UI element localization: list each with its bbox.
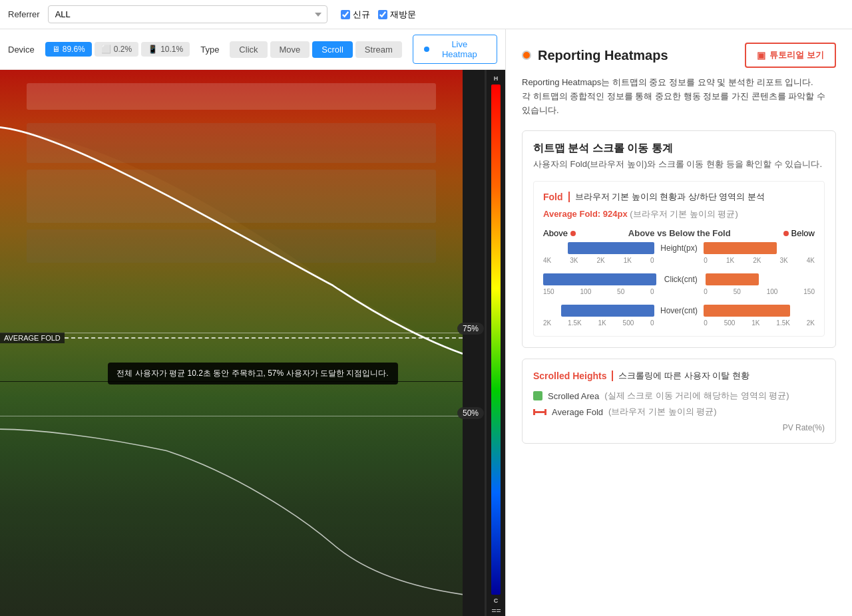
- scale-low: C: [494, 597, 499, 604]
- legend-scrolled-area: Scrolled Area (실제 스크로 이동 거리에 해당하는 영역의 평균…: [533, 390, 825, 402]
- panel-header: Reporting Heatmaps ▣ 튜토리얼 보기: [522, 43, 836, 68]
- main-content: Device 🖥 89.6% ⬜ 0.2% 📱 10.1% Type Click: [0, 29, 852, 616]
- live-btn-label: Live Heatmap: [433, 39, 486, 59]
- checkbox-return-label: 재방문: [390, 9, 416, 21]
- analysis-title: 히트맵 분석 스크롤 이동 통계: [533, 142, 673, 156]
- analysis-subtitle: 사용자의 Fold(브라우저 높이)와 스크롤 이동 현황 등을 확인할 수 있…: [533, 158, 825, 170]
- device-desktop-pct: 89.6%: [63, 45, 85, 54]
- analysis-section: 히트맵 분석 스크롤 이동 통계 사용자의 Fold(브라우저 높이)와 스크롤…: [522, 130, 836, 348]
- mobile-icon: 📱: [148, 45, 158, 54]
- legend-fold-label: Average Fold: [552, 407, 603, 417]
- checkbox-new-input[interactable]: [341, 10, 350, 19]
- below-indicator: Below: [783, 228, 815, 238]
- scrolled-area-icon: [533, 391, 542, 400]
- pv-rate-text: PV Rate(%): [533, 423, 825, 432]
- heatmap-image-wrapper: H C AVERAGE FOLD: [0, 70, 505, 616]
- pct-75-label: 75%: [457, 323, 484, 335]
- scrolled-title-text: 스크롤링에 따른 사용자 이탈 현황: [618, 370, 749, 382]
- device-tablet-pct: 0.2%: [114, 45, 132, 54]
- hover-left-bar: [561, 305, 654, 317]
- referrer-select[interactable]: ALL: [48, 5, 327, 23]
- type-label: Type: [200, 45, 219, 55]
- live-heatmap-button[interactable]: Live Heatmap: [413, 35, 497, 64]
- checkbox-new-label: 신규: [353, 9, 370, 21]
- device-btn-desktop[interactable]: 🖥 89.6%: [45, 42, 92, 57]
- device-mobile-pct: 10.1%: [160, 45, 183, 54]
- tutorial-btn-label: 튜토리얼 보기: [769, 49, 824, 61]
- above-dot-icon: [570, 231, 576, 236]
- legend-fold-sub: (브라우저 기본 높이의 평균): [608, 406, 717, 418]
- device-buttons: 🖥 89.6% ⬜ 0.2% 📱 10.1%: [45, 42, 190, 57]
- chart-title-text: Above vs Below the Fold: [628, 228, 731, 238]
- height-right-axis: 01K2K3K4K: [704, 257, 815, 264]
- pct-75-line: [0, 333, 463, 333]
- hover-right-axis: 05001K1.5K2K: [704, 319, 815, 327]
- legend-area-label: Scrolled Area: [548, 391, 599, 401]
- avg-fold-display: Average Fold: 924px (브라우저 기본 높이의 평균): [543, 208, 815, 220]
- above-indicator: Above: [543, 228, 576, 238]
- checkbox-new[interactable]: 신규: [341, 9, 370, 21]
- pct-50-label: 50%: [457, 407, 484, 419]
- panel-dot-icon: [522, 51, 531, 60]
- panel-title: Reporting Heatmaps: [538, 48, 668, 63]
- live-dot-icon: [424, 47, 429, 52]
- height-chart-row: Height(px) 4K3K2K1K0 01K2K3K4K: [543, 242, 815, 264]
- height-label: Height(px): [657, 243, 702, 253]
- pct-50-line: [0, 416, 463, 416]
- height-left-axis: 4K3K2K1K0: [543, 257, 654, 264]
- device-label: Device: [8, 45, 35, 55]
- scale-high: H: [494, 75, 499, 82]
- type-btn-move[interactable]: Move: [270, 41, 310, 58]
- device-btn-mobile[interactable]: 📱 10.1%: [141, 42, 190, 57]
- right-panel: Reporting Heatmaps ▣ 튜토리얼 보기 Reporting H…: [506, 29, 852, 616]
- type-btn-click[interactable]: Click: [230, 41, 267, 58]
- monitor-icon: 🖥: [52, 45, 60, 54]
- fold-line: AVERAGE FOLD: [0, 333, 463, 343]
- legend-avg-fold: Average Fold (브라우저 기본 높이의 평균): [533, 406, 825, 418]
- referrer-label: Referrer: [8, 9, 40, 19]
- tablet-icon: ⬜: [101, 45, 111, 54]
- type-buttons: Click Move Scroll Stream: [230, 41, 401, 58]
- fold-label: AVERAGE FOLD: [0, 333, 65, 343]
- click-left-axis: 150100500: [543, 288, 654, 295]
- below-dot-icon: [783, 231, 789, 236]
- panel-description: Reporting Heatmaps는 히트맵의 중요 정보를 요약 및 분석한…: [522, 76, 836, 117]
- type-btn-stream[interactable]: Stream: [355, 41, 402, 58]
- height-right-bar: [704, 242, 777, 254]
- tutorial-icon: ▣: [757, 50, 765, 61]
- click-right-bar: [706, 273, 759, 285]
- top-bar: Referrer ALL 신규 재방문: [0, 0, 852, 29]
- checkbox-return-input[interactable]: [378, 10, 387, 19]
- hover-label: Hover(cnt): [657, 306, 702, 315]
- panel-title-row: Reporting Heatmaps: [522, 48, 668, 63]
- click-label: Click(cnt): [659, 275, 703, 284]
- checkbox-return[interactable]: 재방문: [378, 9, 416, 21]
- click-chart-row: Click(cnt) 150100500 050100150: [543, 273, 815, 295]
- scrolled-label-text: Scrolled Heights: [533, 371, 606, 381]
- click-right-axis: 050100150: [704, 288, 815, 295]
- color-bar: [491, 84, 501, 595]
- fold-subsection: Fold 브라우저 기본 높이의 현황과 상/하단 영역의 분석 Average…: [533, 181, 825, 337]
- fold-label-text: Fold: [543, 192, 563, 202]
- hover-chart-row: Hover(cnt) 2K1.5K1K5000 05001K1.5K2K: [543, 305, 815, 327]
- scrolled-section: Scrolled Heights 스크롤링에 따른 사용자 이탈 현황 Scro…: [522, 359, 836, 444]
- tooltip-box: 전체 사용자가 평균 10.2초 동안 주목하고, 57% 사용자가 도달한 지…: [107, 363, 397, 385]
- height-left-bar: [568, 242, 654, 254]
- heatmap-controls: Device 🖥 89.6% ⬜ 0.2% 📱 10.1% Type Click: [0, 29, 505, 70]
- click-left-bar: [543, 273, 656, 285]
- avg-fold-line-icon: [533, 411, 546, 413]
- tutorial-button[interactable]: ▣ 튜토리얼 보기: [745, 43, 836, 68]
- heatmap-panel: Device 🖥 89.6% ⬜ 0.2% 📱 10.1% Type Click: [0, 29, 506, 616]
- type-btn-scroll[interactable]: Scroll: [312, 41, 353, 58]
- fold-title-text: 브라우저 기본 높이의 현황과 상/하단 영역의 분석: [575, 191, 765, 203]
- legend-area-sub: (실제 스크로 이동 거리에 해당하는 영역의 평균): [604, 390, 789, 402]
- hover-right-bar: [704, 305, 790, 317]
- scrolled-legend: Scrolled Area (실제 스크로 이동 거리에 해당하는 영역의 평균…: [533, 390, 825, 418]
- above-below-header: Above Above vs Below the Fold Below: [543, 228, 815, 238]
- checkbox-group: 신규 재방문: [341, 9, 416, 21]
- hover-left-axis: 2K1.5K1K5000: [543, 319, 654, 327]
- color-scale: H C: [487, 70, 505, 616]
- device-btn-tablet[interactable]: ⬜ 0.2%: [95, 42, 138, 57]
